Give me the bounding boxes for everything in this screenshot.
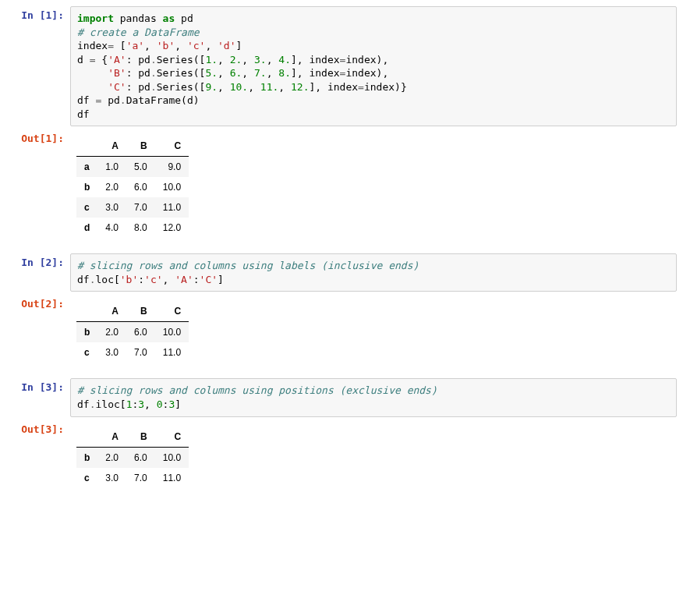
code-token: 4. (278, 54, 291, 65)
table-cell: 10.0 (155, 447, 189, 468)
code-token: Series([ (157, 81, 206, 93)
code-token: , (267, 67, 279, 79)
code-token: 'b' (157, 40, 175, 51)
code-token: . (150, 81, 157, 93)
column-header: B (126, 301, 155, 322)
code-token: = (358, 81, 364, 93)
input-cell: In [1]:import pandas as pd # create a Da… (6, 6, 677, 126)
dataframe-table: ABCb2.06.010.0c3.07.011.0 (76, 427, 189, 488)
code-token: [ (120, 40, 126, 51)
code-token: = (95, 94, 108, 106)
table-cell: 3.0 (97, 197, 126, 218)
notebook-container: In [1]:import pandas as pd # create a Da… (6, 6, 677, 501)
table-row: b2.06.010.0 (76, 177, 189, 197)
row-index: b (76, 177, 97, 197)
code-cell[interactable]: # slicing rows and columns using positio… (70, 378, 677, 416)
code-token: . (150, 67, 157, 79)
code-token: 5. (205, 67, 218, 79)
column-header: C (155, 427, 189, 448)
table-cell: 7.0 (126, 342, 155, 363)
table-header-row: ABC (76, 301, 189, 322)
code-token: 7. (254, 67, 267, 79)
code-token: = (108, 40, 120, 51)
row-index: c (76, 468, 97, 488)
table-cell: 6.0 (126, 447, 155, 468)
code-token: , (144, 40, 157, 51)
table-body: a1.05.09.0b2.06.010.0c3.07.011.0d4.08.01… (76, 157, 189, 239)
column-header: B (126, 427, 155, 448)
column-header: A (97, 427, 126, 448)
code-token: pd (108, 94, 120, 106)
output-prompt: Out[1]: (6, 129, 70, 144)
table-cell: 6.0 (126, 177, 155, 197)
table-body: b2.06.010.0c3.07.011.0 (76, 322, 189, 363)
code-token: . (150, 54, 157, 65)
table-row: b2.06.010.0 (76, 322, 189, 343)
output-cell: Out[3]:ABCb2.06.010.0c3.07.011.0 (6, 420, 677, 501)
code-token: 'B' (108, 67, 126, 79)
output-area: ABCb2.06.010.0c3.07.011.0 (70, 295, 677, 375)
input-prompt: In [3]: (6, 378, 70, 393)
column-header: A (97, 301, 126, 322)
code-token: ], index (309, 81, 358, 93)
code-token (77, 81, 108, 93)
code-token: 6. (230, 67, 242, 79)
column-header: C (155, 136, 189, 157)
code-token: index), (345, 67, 388, 79)
code-token: 12. (291, 81, 309, 93)
code-token: ] (218, 274, 224, 285)
code-token: 'a' (126, 40, 144, 51)
code-token: { (101, 54, 108, 65)
code-token: loc[ (95, 274, 119, 285)
code-token: , (175, 40, 187, 51)
table-cell: 10.0 (155, 322, 189, 343)
table-head: ABC (76, 427, 189, 448)
code-token: , (205, 40, 218, 51)
code-token: 'd' (218, 40, 235, 51)
table-cell: 8.0 (126, 218, 155, 238)
output-area: ABCb2.06.010.0c3.07.011.0 (70, 420, 677, 501)
code-token: 9. (205, 81, 218, 93)
code-token: , (248, 81, 260, 93)
code-token: : pd (126, 81, 150, 93)
code-token: : (138, 274, 144, 285)
table-corner (76, 427, 97, 448)
code-token: pd (175, 12, 193, 24)
code-cell[interactable]: # slicing rows and columns using labels … (70, 253, 677, 292)
table-cell: 5.0 (126, 157, 155, 178)
code-token: as (163, 12, 175, 24)
code-token: , (278, 81, 291, 93)
code-token: d (77, 54, 90, 65)
code-token: ] (175, 398, 181, 410)
table-head: ABC (76, 301, 189, 322)
code-token: , (267, 54, 279, 65)
table-header-row: ABC (76, 427, 189, 448)
code-token: 3. (254, 54, 267, 65)
code-token: 'c' (187, 40, 205, 51)
table-row: c3.07.011.0 (76, 342, 189, 363)
code-token: : pd (126, 54, 150, 65)
row-index: b (76, 447, 97, 468)
table-cell: 2.0 (97, 322, 126, 343)
code-token: 3 (138, 398, 144, 410)
code-token: index)} (364, 81, 407, 93)
table-cell: 3.0 (97, 468, 126, 488)
code-token: , (163, 274, 175, 285)
code-token: # slicing rows and columns using labels … (77, 260, 419, 271)
table-cell: 2.0 (97, 177, 126, 197)
table-row: c3.07.011.0 (76, 468, 189, 488)
code-cell[interactable]: import pandas as pd # create a DataFrame… (70, 6, 677, 126)
code-token: 10. (230, 81, 248, 93)
code-token: , (242, 54, 254, 65)
table-cell: 3.0 (97, 342, 126, 363)
code-token: Series([ (157, 54, 206, 65)
code-token: 'A' (175, 274, 193, 285)
code-token: import (77, 12, 114, 24)
row-index: c (76, 197, 97, 218)
code-token: index), (345, 54, 388, 65)
table-row: a1.05.09.0 (76, 157, 189, 178)
code-token: # slicing rows and columns using positio… (77, 384, 437, 396)
row-index: b (76, 322, 97, 343)
code-token: DataFrame(d) (126, 94, 200, 106)
table-head: ABC (76, 136, 189, 157)
